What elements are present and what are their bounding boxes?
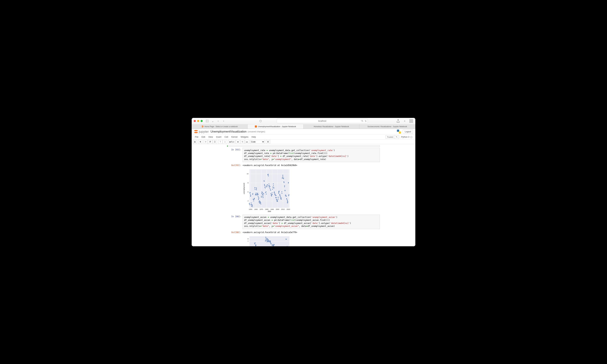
svg-point-145 (269, 187, 270, 188)
notebook-icon (255, 125, 257, 128)
svg-point-195 (278, 193, 279, 194)
notebook-area[interactable]: In [93]: unemployment_rate = unemploymen… (192, 144, 415, 246)
shield-icon[interactable] (258, 119, 262, 123)
jupyter-logo[interactable]: jupyter (194, 130, 209, 133)
tab-homeless[interactable]: Homeless Visualizations - Jupyter Notebo… (304, 124, 359, 129)
tab-unemployment[interactable]: UnemploymentVisualization - Jupyter Note… (248, 124, 304, 129)
svg-point-229 (284, 185, 285, 186)
zoom-icon[interactable] (201, 120, 203, 122)
move-down-button[interactable]: 🡓 (223, 140, 227, 144)
svg-rect-5 (210, 141, 211, 142)
svg-text:2020: 2020 (287, 208, 290, 210)
svg-point-215 (281, 193, 282, 194)
code-input[interactable]: unemployment_asian = unemployment_data.g… (243, 215, 380, 229)
tab-home[interactable]: Home Page - Select or create a notebook (192, 124, 248, 129)
svg-rect-2 (410, 121, 411, 123)
kernel-indicator[interactable]: Python 3 (400, 135, 414, 139)
paste-button[interactable] (213, 140, 217, 144)
in-prompt: In [88]: (227, 215, 243, 229)
tab-socioeconomic[interactable]: Socioeconomic Visualizations - Jupyter N… (359, 124, 415, 129)
code-cell[interactable]: In [93]: unemployment_rate = unemploymen… (227, 148, 380, 162)
add-cell-button[interactable]: ✚ (198, 140, 202, 144)
svg-point-203 (279, 194, 280, 195)
cell-type-select[interactable]: Code (250, 140, 265, 144)
svg-text:2000: 2000 (276, 208, 279, 210)
svg-text:8: 8 (248, 238, 248, 240)
output-cell: Out[93]: <seaborn.axisgrid.FacetGrid at … (227, 163, 380, 213)
output-text: <seaborn.axisgrid.FacetGrid at 0x1a2ca3e… (243, 231, 380, 235)
svg-point-119 (264, 184, 265, 185)
restart-run-all-button[interactable]: ▸▸ (245, 140, 249, 144)
jupyter-header: jupyter UnemploymentVisualization (unsav… (192, 129, 415, 135)
svg-point-53 (252, 193, 253, 194)
share-icon[interactable] (396, 119, 400, 123)
restart-button[interactable]: ↻ (240, 140, 245, 144)
svg-point-251 (288, 182, 289, 183)
notebook-title[interactable]: UnemploymentVisualization (211, 130, 247, 133)
svg-text:8: 8 (248, 182, 248, 184)
svg-rect-1 (412, 119, 413, 121)
svg-point-205 (280, 195, 281, 196)
chevron-down-icon[interactable]: ⌄ (211, 119, 215, 123)
svg-point-199 (278, 191, 279, 192)
svg-point-167 (273, 183, 274, 184)
save-button[interactable] (193, 140, 197, 144)
svg-text:1990: 1990 (270, 208, 274, 210)
close-icon[interactable] (194, 120, 196, 122)
running-cell-indicator (227, 145, 380, 147)
svg-point-116 (264, 181, 265, 182)
command-palette-button[interactable]: ⌘ (266, 140, 270, 144)
menu-file[interactable]: File (193, 136, 200, 138)
reload-icon[interactable]: ↻ (365, 120, 367, 122)
new-tab-icon[interactable]: ＋ (403, 119, 407, 123)
address-bar[interactable]: localhost ᴬA ↻ (277, 119, 368, 123)
copy-button[interactable] (208, 140, 212, 144)
forward-icon[interactable]: › (221, 119, 226, 123)
svg-point-176 (274, 193, 275, 194)
svg-point-236 (285, 195, 286, 195)
menu-widgets[interactable]: Widgets (239, 136, 250, 138)
svg-point-211 (281, 197, 282, 198)
svg-point-82 (258, 194, 258, 195)
svg-point-122 (265, 187, 265, 188)
svg-point-76 (257, 195, 258, 195)
tabs-overview-icon[interactable] (409, 119, 413, 123)
cut-button[interactable]: ✂ (204, 140, 208, 144)
svg-text:date: date (268, 210, 271, 212)
svg-point-262 (254, 243, 255, 244)
svg-point-152 (270, 190, 271, 191)
svg-text:1950: 1950 (249, 208, 252, 210)
reader-icon[interactable]: ᴬA (361, 120, 363, 122)
svg-point-50 (252, 205, 253, 206)
svg-text:1960: 1960 (254, 208, 258, 210)
menu-edit[interactable]: Edit (200, 136, 207, 138)
page-content: jupyter UnemploymentVisualization (unsav… (192, 129, 415, 246)
menu-kernel[interactable]: Kernel (230, 136, 239, 138)
svg-point-227 (283, 181, 284, 182)
kernel-name: Python 3 (401, 136, 409, 138)
svg-point-170 (273, 188, 274, 189)
code-input[interactable]: unemployment_rate = unemployment_data.ge… (243, 148, 380, 162)
back-icon[interactable]: ‹ (216, 119, 220, 123)
menu-view[interactable]: View (207, 136, 215, 138)
logout-button[interactable]: Logout (403, 130, 413, 134)
menu-insert[interactable]: Insert (215, 136, 223, 138)
menu-cell[interactable]: Cell (223, 136, 230, 138)
interrupt-button[interactable]: ■ (236, 140, 240, 144)
sidebar-toggle-icon[interactable] (205, 119, 209, 123)
run-button[interactable]: ▶ Run (228, 140, 235, 144)
svg-point-38 (250, 192, 250, 193)
svg-point-35 (249, 204, 250, 205)
svg-point-335 (272, 244, 273, 245)
toolbar: ✚ ✂ 🡑 🡓 ▶ Run ■ ↻ ▸▸ Code ⌘ (192, 140, 415, 144)
menu-help[interactable]: Help (250, 136, 258, 138)
window-controls (194, 120, 203, 122)
jupyter-mark-icon (194, 130, 198, 133)
trusted-badge[interactable]: Trusted (386, 135, 395, 139)
code-cell[interactable]: In [88]: unemployment_asian = unemployme… (227, 215, 380, 229)
svg-point-239 (286, 195, 287, 196)
move-up-button[interactable]: 🡑 (218, 140, 222, 144)
edit-metadata-button[interactable]: ✎ (395, 135, 399, 139)
minimize-icon[interactable] (197, 120, 199, 122)
svg-point-110 (262, 195, 263, 196)
